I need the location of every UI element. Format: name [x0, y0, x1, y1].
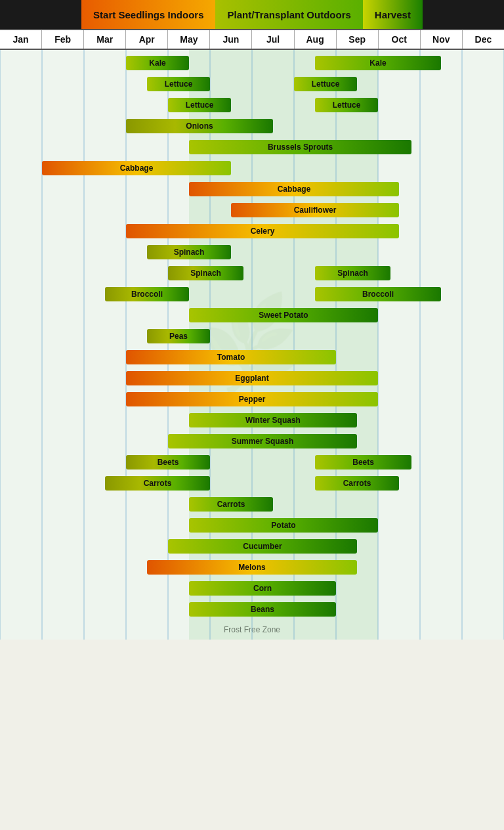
bar-broccoli: Broccoli [315, 287, 441, 301]
chart-area: 🌿 KaleKaleLettuceLettuceLettuceLettuceOn… [0, 50, 504, 640]
chart-row: Winter Squash [0, 411, 504, 429]
bar-spinach: Spinach [168, 266, 243, 280]
chart-row: Cabbage [0, 159, 504, 177]
chart-row: Tomato [0, 348, 504, 366]
bar-peas: Peas [147, 329, 210, 343]
chart-row: BroccoliBroccoli [0, 285, 504, 303]
legend-harvest: Harvest [363, 0, 423, 29]
chart-row: Celery [0, 222, 504, 240]
month-cell-dec: Dec [463, 30, 504, 49]
bar-carrots: Carrots [315, 476, 399, 491]
bar-spinach: Spinach [315, 266, 390, 280]
chart-row: Sweet Potato [0, 306, 504, 324]
chart-row: Eggplant [0, 369, 504, 387]
bar-cauliflower: Cauliflower [231, 203, 399, 217]
bar-celery: Celery [126, 224, 399, 238]
chart-row: BeetsBeets [0, 453, 504, 471]
chart-row: Carrots [0, 495, 504, 513]
chart-row: Cauliflower [0, 201, 504, 219]
bar-carrots: Carrots [105, 476, 210, 491]
chart-row: LettuceLettuce [0, 75, 504, 93]
month-cell-sep: Sep [337, 30, 379, 49]
bar-lettuce: Lettuce [315, 98, 378, 112]
bar-lettuce: Lettuce [168, 98, 231, 112]
bar-kale: Kale [315, 56, 441, 70]
month-cell-aug: Aug [295, 30, 337, 49]
bar-cucumber: Cucumber [168, 539, 357, 554]
month-cell-mar: Mar [84, 30, 126, 49]
chart-row: LettuceLettuce [0, 96, 504, 114]
chart-row: Melons [0, 558, 504, 577]
bar-potato: Potato [189, 518, 378, 533]
bar-corn: Corn [189, 581, 336, 596]
chart-row: Corn [0, 579, 504, 598]
month-cell-jan: Jan [0, 30, 42, 49]
month-cell-apr: Apr [126, 30, 168, 49]
chart-row: Beans [0, 600, 504, 619]
chart-row: CarrotsCarrots [0, 474, 504, 492]
month-cell-jun: Jun [210, 30, 252, 49]
legend-plant-label: Plant/Transplant Outdoors [227, 9, 350, 20]
page: Start Seedlings Indoors Plant/Transplant… [0, 0, 504, 640]
bar-beets: Beets [315, 455, 411, 470]
legend-harvest-label: Harvest [375, 9, 411, 20]
month-cell-may: May [168, 30, 210, 49]
legend-seedlings-label: Start Seedlings Indoors [93, 9, 203, 20]
bar-beans: Beans [189, 602, 336, 617]
bar-lettuce: Lettuce [294, 77, 357, 91]
chart-row: Cucumber [0, 537, 504, 556]
bar-kale: Kale [126, 56, 189, 70]
chart-row: Onions [0, 117, 504, 135]
bar-winter-squash: Winter Squash [189, 413, 357, 427]
chart-row: Summer Squash [0, 432, 504, 450]
bar-sweet-potato: Sweet Potato [189, 308, 378, 322]
bar-melons: Melons [147, 560, 357, 575]
bar-summer-squash: Summer Squash [168, 434, 357, 448]
bar-onions: Onions [126, 119, 273, 133]
bar-eggplant: Eggplant [126, 371, 378, 385]
month-cell-feb: Feb [42, 30, 84, 49]
chart-row: Cabbage [0, 180, 504, 198]
month-cell-oct: Oct [379, 30, 421, 49]
bar-tomato: Tomato [126, 350, 336, 364]
bar-pepper: Pepper [126, 392, 378, 406]
month-cell-jul: Jul [252, 30, 294, 49]
chart-row: Brussels Sprouts [0, 138, 504, 156]
bar-brussels-sprouts: Brussels Sprouts [189, 140, 411, 154]
bar-cabbage: Cabbage [189, 182, 399, 196]
legend: Start Seedlings Indoors Plant/Transplant… [0, 0, 504, 29]
bar-lettuce: Lettuce [147, 77, 210, 91]
month-header: JanFebMarAprMayJunJulAugSepOctNovDec [0, 29, 504, 50]
chart-row: KaleKale [0, 54, 504, 72]
month-cell-nov: Nov [421, 30, 463, 49]
bar-beets: Beets [126, 455, 210, 470]
chart-row: Potato [0, 516, 504, 535]
chart-row: Pepper [0, 390, 504, 408]
chart-row: SpinachSpinach [0, 264, 504, 282]
bar-spinach: Spinach [147, 245, 231, 259]
bar-carrots: Carrots [189, 497, 273, 512]
legend-plant: Plant/Transplant Outdoors [215, 0, 362, 29]
chart-rows: KaleKaleLettuceLettuceLettuceLettuceOnio… [0, 50, 504, 622]
bar-cabbage: Cabbage [42, 161, 231, 175]
bar-broccoli: Broccoli [105, 287, 189, 301]
chart-row: Peas [0, 327, 504, 345]
chart-row: Spinach [0, 243, 504, 261]
legend-seedlings: Start Seedlings Indoors [81, 0, 215, 29]
